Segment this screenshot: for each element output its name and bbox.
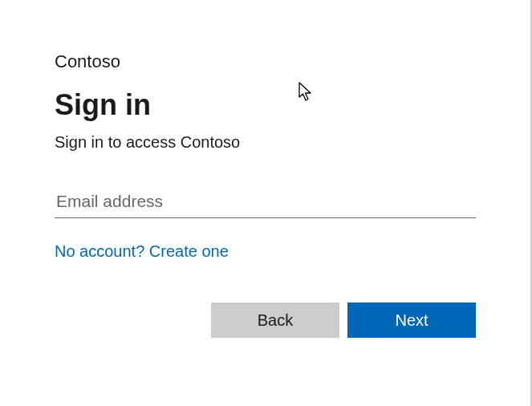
next-button[interactable]: Next	[347, 302, 476, 338]
signin-panel: Contoso Sign in Sign in to access Contos…	[0, 0, 530, 338]
brand-name: Contoso	[55, 51, 476, 72]
create-account-link[interactable]: No account? Create one	[55, 242, 229, 261]
page-title: Sign in	[55, 88, 476, 122]
back-button[interactable]: Back	[211, 302, 339, 338]
button-row: Back Next	[55, 302, 476, 338]
email-input[interactable]	[55, 187, 476, 218]
page-subtitle: Sign in to access Contoso	[55, 133, 476, 152]
